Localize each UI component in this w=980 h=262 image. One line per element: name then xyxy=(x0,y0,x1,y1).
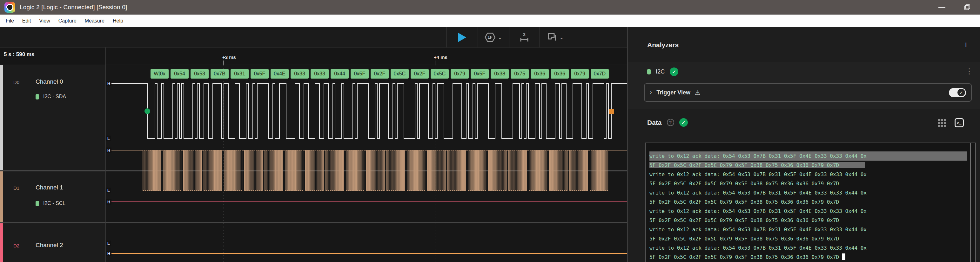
i2c-byte-bubble[interactable]: 0x4E xyxy=(270,69,289,79)
menu-bar: FileEditViewCaptureMeasureHelp xyxy=(0,14,980,27)
i2c-byte-bubble[interactable]: 0x36 xyxy=(531,69,549,79)
i2c-byte-bubble[interactable]: 0x5F xyxy=(351,69,369,79)
data-header: Data ? ✓ xyxy=(647,118,688,127)
i2c-byte-bubble[interactable]: 0x5F xyxy=(471,69,489,79)
channel-0-analyzer-tag[interactable]: I2C - SDA xyxy=(35,94,66,99)
add-analyzer-button[interactable]: + xyxy=(963,39,969,51)
terminal-line[interactable]: 5F 0x2F 0x5C 0x2F 0x5C 0x79 0x5F 0x38 0x… xyxy=(649,253,967,262)
menu-item-edit[interactable]: Edit xyxy=(18,14,35,27)
annotations-button[interactable]: ⌄ xyxy=(539,27,571,47)
terminal-line[interactable]: write to 0x12 ack data: 0x54 0x53 0x7B 0… xyxy=(649,170,967,179)
menu-item-help[interactable]: Help xyxy=(108,14,127,27)
i2c-analyzer-row[interactable]: I2C ✓ xyxy=(647,68,678,76)
i2c-byte-bubble[interactable]: 0x75 xyxy=(511,69,529,79)
terminal-scrollbar[interactable] xyxy=(970,143,971,262)
i2c-byte-bubble[interactable]: 0x36 xyxy=(550,69,569,79)
i2c-byte-bubble[interactable]: 0x7B xyxy=(210,69,229,79)
menu-item-measure[interactable]: Measure xyxy=(81,14,108,27)
terminal-line[interactable]: 5F 0x2F 0x5C 0x2F 0x5C 0x79 0x5F 0x38 0x… xyxy=(649,216,967,225)
timeline-marker-label: +3 ms xyxy=(222,55,236,60)
channel-1-color-strip xyxy=(0,171,3,222)
terminal-line[interactable]: 5F 0x2F 0x5C 0x2F 0x5C 0x79 0x5F 0x38 0x… xyxy=(649,234,967,243)
i2c-byte-bubble[interactable]: 0x54 xyxy=(170,69,189,79)
terminal-line[interactable]: write to 0x12 ack data: 0x54 0x53 0x7B 0… xyxy=(649,188,967,197)
analyzer-dot-icon xyxy=(35,94,39,99)
channel-2-color-strip xyxy=(0,223,3,262)
data-terminal[interactable]: write to 0x12 ack data: 0x54 0x53 0x7B 0… xyxy=(645,142,976,262)
restore-button[interactable] xyxy=(957,0,977,14)
timeline-marker-label: +4 ms xyxy=(434,55,447,60)
sda-waveform xyxy=(105,84,627,139)
warning-icon: ⚠ xyxy=(695,89,700,96)
analyzer-menu-button[interactable]: ⋮ xyxy=(966,67,973,76)
terminal-line[interactable]: 5F 0x2F 0x5C 0x2F 0x5C 0x79 0x5F 0x38 0x… xyxy=(649,197,967,207)
i2c-byte-bubble[interactable]: 0x5F xyxy=(251,69,269,79)
i2c-byte-bubble[interactable]: 0x2F xyxy=(371,69,389,79)
timeline-absolute-time: 5 s : 590 ms xyxy=(4,51,34,58)
i2c-byte-bubble[interactable]: 0x2F xyxy=(410,69,429,79)
title-bar: Logic 2 [Logic - Connected] [Session 0] xyxy=(0,0,980,14)
i2c-byte-bubble[interactable]: 0x5C xyxy=(431,69,449,79)
timeline-tick xyxy=(435,60,435,65)
measure-icon: 3 xyxy=(519,32,530,43)
i2c-byte-bubble[interactable]: 0x7D xyxy=(591,69,609,79)
trigger-view-row[interactable]: › Trigger View ⚠ ✓ xyxy=(644,83,972,102)
channel-1-label-panel[interactable]: D1 Channel 1 I2C - SCL xyxy=(0,171,105,222)
terminal-line[interactable]: write to 0x12 ack data: 0x54 0x53 0x7B 0… xyxy=(649,207,967,216)
terminal-line[interactable]: write to 0x12 ack data: 0x54 0x53 0x7B 0… xyxy=(649,243,967,253)
channel-2-label-panel[interactable]: D2 Channel 2 xyxy=(0,223,105,262)
i2c-address-bubble[interactable]: W[0x xyxy=(151,69,169,79)
window-title: Logic 2 [Logic - Connected] [Session 0] xyxy=(20,4,127,11)
menu-item-view[interactable]: View xyxy=(35,14,54,27)
measurements-button[interactable]: 3 xyxy=(509,27,539,47)
level-low-label: L xyxy=(106,241,111,246)
chevron-down-icon: ⌄ xyxy=(558,35,564,40)
chevron-down-icon: ⌄ xyxy=(497,35,503,40)
terminal-cursor xyxy=(842,253,845,260)
terminal-view-button[interactable]: >_ xyxy=(955,118,964,127)
terminal-line[interactable]: 5F 0x2F 0x5C 0x2F 0x5C 0x79 0x5F 0x38 0x… xyxy=(649,179,967,188)
channel-0-name: Channel 0 xyxy=(35,78,63,85)
i2c-byte-bubble[interactable]: 0x33 xyxy=(310,69,329,79)
channel-2-id: D2 xyxy=(13,243,19,248)
svg-text:3: 3 xyxy=(523,32,525,37)
device-hexagon-icon: 1F xyxy=(485,33,495,42)
level-high-label: H xyxy=(106,199,111,205)
panel-title: Analyzers xyxy=(647,41,679,49)
i2c-byte-bubble[interactable]: 0x38 xyxy=(491,69,509,79)
analyzers-panel: Analyzers + I2C ✓ ⋮ › Trigger View ⚠ ✓ D… xyxy=(627,27,980,262)
i2c-byte-bubble[interactable]: 0x53 xyxy=(191,69,208,79)
terminal-line[interactable]: write to 0x12 ack data: 0x54 0x53 0x7B 0… xyxy=(649,152,967,161)
level-low-label: L xyxy=(106,136,111,141)
channel-0-color-strip xyxy=(0,65,3,170)
terminal-line[interactable]: write to 0x12 ack data: 0x54 0x53 0x7B 0… xyxy=(649,225,967,234)
analyzer-name: I2C xyxy=(656,68,665,75)
i2c-byte-bubble[interactable]: 0x5C xyxy=(391,69,409,79)
i2c-byte-bubble[interactable]: 0x31 xyxy=(231,69,249,79)
level-high-label: H xyxy=(106,81,111,87)
level-high-label: H xyxy=(106,148,111,153)
i2c-byte-bubble[interactable]: 0x44 xyxy=(331,69,349,79)
terminal-line[interactable]: 5F 0x2F 0x5C 0x2F 0x5C 0x79 0x5F 0x38 0x… xyxy=(649,161,967,170)
data-title: Data xyxy=(647,119,662,126)
start-capture-button[interactable] xyxy=(447,27,477,47)
help-icon[interactable]: ? xyxy=(667,119,674,126)
minimize-button[interactable] xyxy=(932,0,952,14)
i2c-byte-bubble[interactable]: 0x33 xyxy=(291,69,309,79)
play-icon xyxy=(458,33,466,42)
i2c-byte-bubble[interactable]: 0x79 xyxy=(571,69,589,79)
waveform-canvas[interactable] xyxy=(105,65,627,262)
device-settings-button[interactable]: 1F ⌄ xyxy=(477,27,509,47)
level-high-label: H xyxy=(106,251,111,256)
menu-item-file[interactable]: File xyxy=(2,14,18,27)
scl-waveform xyxy=(105,150,627,190)
i2c-byte-bubble[interactable]: 0x79 xyxy=(450,69,469,79)
channel-0-label-panel[interactable]: D0 Channel 0 I2C - SDA xyxy=(0,65,105,170)
analyzer-dot-icon xyxy=(647,69,651,74)
table-view-button[interactable] xyxy=(938,119,946,127)
i2c-analyzer-section: I2C ✓ ⋮ › Trigger View ⚠ ✓ xyxy=(628,62,980,109)
menu-item-capture[interactable]: Capture xyxy=(54,14,81,27)
timeline[interactable]: 5 s : 590 ms +3 ms+4 ms xyxy=(0,47,627,65)
trigger-view-toggle[interactable]: ✓ xyxy=(949,88,966,97)
channel-1-analyzer-tag[interactable]: I2C - SCL xyxy=(35,200,65,206)
